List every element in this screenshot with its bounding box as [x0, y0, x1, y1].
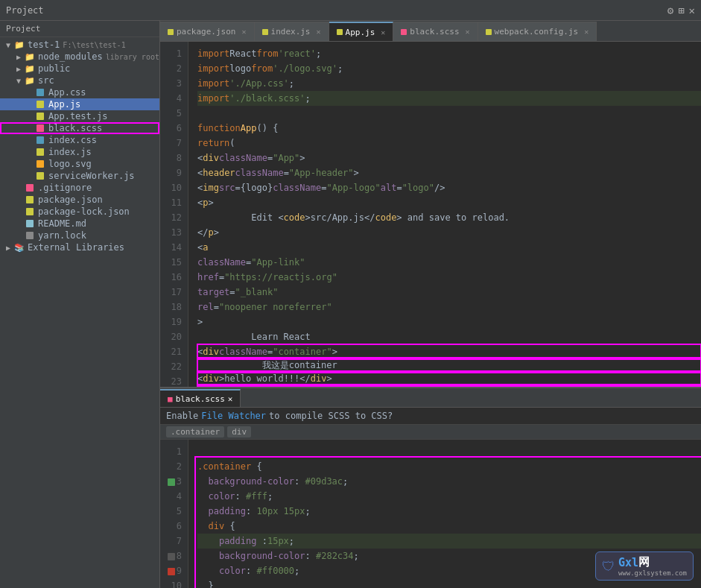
bottom-tab-scss[interactable]: ■ black.scss ✕: [160, 389, 241, 407]
code-line-12: Edit <code>src/App.js</code> and save to…: [197, 210, 701, 225]
code-line-11: <p>: [197, 195, 701, 210]
sidebar-item-App.css[interactable]: App.css: [0, 86, 159, 98]
bottom-tab-icon: ■: [168, 394, 173, 404]
bottom-tab-close[interactable]: ✕: [228, 394, 233, 404]
js-tab-icon: [337, 29, 343, 35]
sidebar-item-serviceWorker.js[interactable]: serviceWorker.js: [0, 170, 159, 182]
folder-icon: 📁: [24, 63, 36, 74]
lib-icon: 📚: [13, 242, 25, 253]
gutter-red-icon: [168, 568, 175, 575]
bottom-code-line-4: color: #fff;: [197, 489, 701, 504]
breadcrumb-bar: .containerdiv: [160, 425, 701, 440]
project-title: Project: [6, 5, 44, 16]
tab-webpack.config.js[interactable]: webpack.config.js✕: [478, 22, 597, 41]
sidebar-item-public[interactable]: ▶📁public: [0, 63, 159, 75]
sidebar-item-External Libraries[interactable]: ▶📚External Libraries: [0, 241, 159, 253]
sidebar-item-App.test.js[interactable]: App.test.js: [0, 110, 159, 122]
notification-rest: to compile SCSS to CSS?: [269, 411, 393, 421]
scss-icon: [34, 123, 46, 133]
file-watcher-link[interactable]: File Watcher: [201, 411, 266, 421]
tree-label: .gitignore: [38, 183, 92, 193]
sidebar-item-package-lock.json[interactable]: package-lock.json: [0, 206, 159, 218]
sidebar-item-package.json[interactable]: package.json: [0, 194, 159, 206]
css-icon: [34, 135, 46, 145]
sidebar-item-logo.svg[interactable]: logo.svg: [0, 158, 159, 170]
expand-arrow[interactable]: ▼: [3, 41, 13, 49]
sidebar-item-README.md[interactable]: README.md: [0, 218, 159, 230]
expand-arrow[interactable]: ▼: [13, 77, 24, 85]
tab-close[interactable]: ✕: [584, 28, 589, 36]
tree-label: serviceWorker.js: [48, 171, 135, 181]
sidebar-item-node_modules[interactable]: ▶📁node_moduleslibrary root: [0, 51, 159, 63]
bottom-code-line-7: padding :15px;: [197, 534, 701, 549]
code-line-19: >: [197, 314, 701, 329]
json-tab-icon: [168, 29, 174, 35]
close-icon[interactable]: ✕: [689, 4, 695, 16]
breadcrumb-tag[interactable]: .container: [166, 426, 224, 437]
tree-label: public: [38, 63, 70, 74]
code-line-22: 我这是container: [197, 358, 701, 373]
tab-package.json[interactable]: package.json✕: [160, 22, 255, 41]
sidebar-item-src[interactable]: ▼📁src: [0, 75, 159, 86]
js-icon: [34, 111, 46, 121]
tree-label: logo.svg: [48, 159, 92, 169]
bottom-tab-label: black.scss: [176, 394, 225, 404]
tab-close[interactable]: ✕: [317, 28, 321, 36]
tree-label: App.js: [48, 99, 80, 110]
notification-enable: Enable: [166, 411, 198, 421]
js-icon: [34, 99, 46, 110]
folder-icon: 📁: [24, 75, 36, 86]
expand-arrow[interactable]: ▶: [3, 244, 13, 252]
sidebar-item-App.js[interactable]: App.js: [0, 98, 159, 110]
js-tab-icon: [262, 29, 268, 35]
expand-arrow[interactable]: ▶: [13, 53, 24, 61]
tab-black.scss[interactable]: black.scss✕: [393, 22, 478, 41]
root-icon: 📁: [13, 39, 25, 50]
bottom-tab-bar: ■ black.scss ✕: [160, 388, 701, 408]
code-line-16: href="https://reactjs.org": [197, 270, 701, 285]
tree-label: src: [38, 75, 54, 86]
json-icon: [24, 206, 36, 217]
tree-label: package-lock.json: [38, 206, 130, 217]
code-content[interactable]: import React from 'react';import logo fr…: [188, 42, 701, 387]
tree-label: App.test.js: [48, 111, 107, 121]
bottom-code-line-3: background-color: #09d3ac;: [197, 474, 701, 489]
tab-index.js[interactable]: index.js✕: [255, 22, 329, 41]
settings-icon[interactable]: ⚙: [667, 4, 673, 16]
sidebar-item-index.js[interactable]: index.js: [0, 146, 159, 158]
line-numbers: 1234567891011121314151617181920212223242…: [160, 42, 188, 387]
sidebar-tree: ▼📁test-1F:\test\test-1▶📁node_moduleslibr…: [0, 37, 159, 588]
tree-label: External Libraries: [28, 242, 124, 253]
tab-close[interactable]: ✕: [241, 28, 246, 36]
code-line-21: <div className="container">: [197, 344, 701, 359]
sidebar-item-yarn.lock[interactable]: yarn.lock: [0, 230, 159, 241]
tab-label: package.json: [177, 27, 235, 37]
code-line-14: <a: [197, 240, 701, 255]
tab-bar: package.json✕index.js✕App.js✕black.scss✕…: [160, 21, 701, 42]
expand-icon[interactable]: ⊞: [678, 4, 684, 16]
code-line-6: function App() {: [197, 121, 701, 136]
shield-icon: 🛡: [602, 558, 615, 574]
tree-label: index.js: [48, 147, 92, 157]
sidebar-item-index.css[interactable]: index.css: [0, 134, 159, 146]
sidebar-item-.gitignore[interactable]: .gitignore: [0, 182, 159, 194]
sidebar-item-black.scss[interactable]: black.scss: [0, 122, 159, 134]
js-icon: [34, 147, 46, 157]
git-icon: [24, 183, 36, 193]
code-line-17: target="_blank": [197, 285, 701, 300]
json-icon: [24, 195, 36, 205]
tree-label: index.css: [48, 135, 97, 145]
tab-close[interactable]: ✕: [381, 28, 385, 37]
tree-label: yarn.lock: [38, 230, 86, 241]
tab-close[interactable]: ✕: [466, 28, 470, 36]
expand-arrow[interactable]: ▶: [13, 65, 24, 73]
tab-label: webpack.config.js: [495, 27, 579, 37]
sidebar-item-test1[interactable]: ▼📁test-1F:\test\test-1: [0, 39, 159, 51]
breadcrumb-tag[interactable]: div: [227, 426, 251, 437]
gutter-black-icon: [168, 553, 175, 560]
tree-sublabel: F:\test\test-1: [63, 41, 125, 49]
tree-label: package.json: [38, 195, 103, 205]
code-line-2: import logo from './logo.svg';: [197, 61, 701, 76]
tab-App.js[interactable]: App.js✕: [329, 22, 394, 41]
code-line-15: className="App-link": [197, 255, 701, 270]
